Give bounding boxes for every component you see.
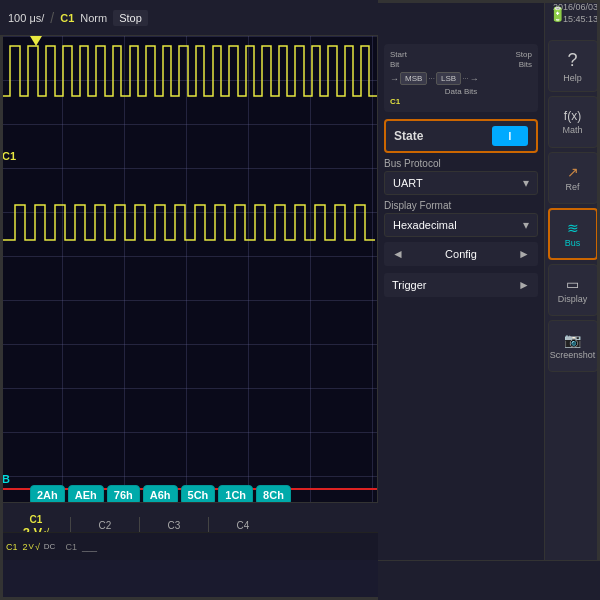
- display-format-label: Display Format: [384, 200, 538, 211]
- display-button[interactable]: ▭ Display: [548, 264, 598, 316]
- bus-protocol-value: UART: [393, 177, 423, 189]
- c1-waveform-lower-svg: [0, 200, 378, 320]
- display-format-section: Display Format Hexadecimal ▾: [384, 200, 538, 237]
- config-arrow-left: ◄: [392, 247, 404, 261]
- bus-channel-label: B: [2, 473, 10, 485]
- bottom-row2: C1 2V√ DC C1 ___: [0, 532, 378, 560]
- c1-dc-row2: DC: [44, 542, 56, 551]
- c1-channel-label: C1: [2, 150, 16, 162]
- time-div-value: 100 μs/: [8, 12, 44, 24]
- display-label: Display: [558, 294, 588, 304]
- c4-label: C4: [237, 520, 250, 531]
- c3-label: C3: [168, 520, 181, 531]
- trigger-arrow: ►: [518, 278, 530, 292]
- mode-indicator: Norm: [80, 12, 107, 24]
- ref-button[interactable]: ↗ Ref: [548, 152, 598, 204]
- trigger-row[interactable]: Trigger ►: [384, 273, 538, 297]
- diagram-arrow-right: →: [470, 74, 479, 84]
- c1-row2-val2: ___: [82, 542, 97, 552]
- battery-icon: 🔋: [549, 6, 566, 22]
- state-row: State I: [384, 119, 538, 153]
- diagram-channel-label: C1: [390, 97, 532, 106]
- bus-protocol-section: Bus Protocol UART ▾: [384, 158, 538, 195]
- bus-protocol-chevron: ▾: [523, 176, 529, 190]
- state-toggle-label: I: [509, 131, 512, 142]
- c1-val-row2: 2V√: [23, 542, 40, 552]
- oscilloscope-display: C1 B 2Ah AEh 76h A6h 5Ch 1Ch 8Ch C1 2 V …: [0, 0, 600, 600]
- display-format-select[interactable]: Hexadecimal ▾: [384, 213, 538, 237]
- stop-button[interactable]: Stop: [113, 10, 148, 26]
- menu-panel: Start Bit Stop Bits → MSB ··· LSB ··· → …: [378, 0, 544, 560]
- display-format-value: Hexadecimal: [393, 219, 457, 231]
- config-label: Config: [445, 248, 477, 260]
- start-bit-label: Start Bit: [390, 50, 407, 69]
- bus-icon: ≋: [567, 220, 579, 236]
- channel-value: C1: [60, 12, 74, 24]
- diagram-arrow-left: →: [390, 74, 399, 84]
- c1-row2-extra: C1: [65, 542, 77, 552]
- right-panel: Start Bit Stop Bits → MSB ··· LSB ··· → …: [378, 0, 600, 560]
- lsb-box: LSB: [436, 72, 461, 85]
- screenshot-button[interactable]: 📷 Screenshot: [548, 320, 598, 372]
- help-label: Help: [563, 73, 582, 83]
- ref-icon: ↗: [567, 164, 579, 180]
- data-bits-diagram: Start Bit Stop Bits → MSB ··· LSB ··· → …: [384, 44, 538, 112]
- diagram-dots1: ···: [428, 74, 435, 83]
- bus-btn-label: Bus: [565, 238, 581, 248]
- msb-box: MSB: [400, 72, 427, 85]
- state-toggle[interactable]: I: [492, 126, 528, 146]
- data-bits-label: Data Bits: [390, 87, 532, 96]
- math-label: Math: [562, 125, 582, 135]
- state-label: State: [394, 129, 423, 143]
- stop-bits-label: Stop Bits: [516, 50, 532, 69]
- channel-indicator: C1: [60, 12, 74, 24]
- time-div-display: 100 μs/: [8, 12, 44, 24]
- help-icon: ?: [567, 50, 577, 71]
- help-button[interactable]: ? Help: [548, 40, 598, 92]
- c1-label-row2: C1: [6, 542, 18, 552]
- top-toolbar: 100 μs/ / C1 Norm Stop: [0, 0, 378, 36]
- bus-button[interactable]: ≋ Bus: [548, 208, 598, 260]
- display-icon: ▭: [566, 276, 579, 292]
- trigger-label: Trigger: [392, 279, 426, 291]
- toolbar-divider: /: [50, 10, 54, 26]
- math-button[interactable]: f(x) Math: [548, 96, 598, 148]
- bus-protocol-label: Bus Protocol: [384, 158, 538, 169]
- config-row[interactable]: ◄ Config ►: [384, 242, 538, 266]
- side-buttons-panel: 2016/06/03 15:45:13 🔋 ? Help f(x) Math ↗…: [544, 0, 600, 560]
- bus-protocol-select[interactable]: UART ▾: [384, 171, 538, 195]
- waveform-area: C1 B 2Ah AEh 76h A6h 5Ch 1Ch 8Ch C1 2 V …: [0, 0, 378, 560]
- right-bottom-panel: [378, 560, 600, 600]
- diagram-dots2: ···: [462, 74, 469, 83]
- display-format-chevron: ▾: [523, 218, 529, 232]
- screenshot-icon: 📷: [564, 332, 581, 348]
- screenshot-label: Screenshot: [550, 350, 596, 360]
- config-arrow-right: ►: [518, 247, 530, 261]
- ref-label: Ref: [565, 182, 579, 192]
- math-icon: f(x): [564, 109, 581, 123]
- c1-label: C1: [30, 514, 43, 525]
- c2-label: C2: [99, 520, 112, 531]
